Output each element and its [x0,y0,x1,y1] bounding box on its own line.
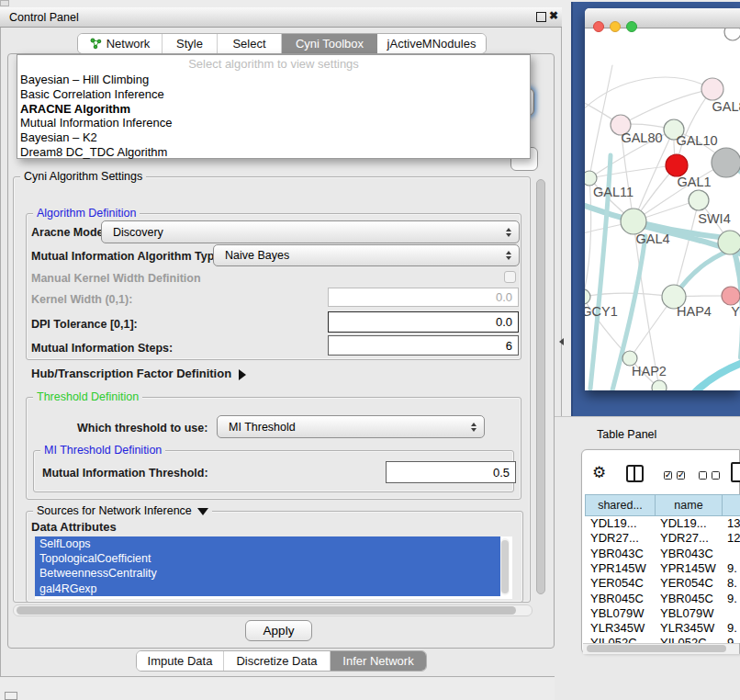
gal-top-node-label: GAL8 [712,99,740,114]
data-attribute-item[interactable]: gal4RGexp [35,581,500,596]
data-attribute-item[interactable]: SelfLoops [35,536,500,551]
aracne-mode-combo[interactable]: Discovery [101,220,520,243]
table-cell: YBR045C [655,592,722,606]
gal11-node[interactable] [585,171,597,186]
table-row[interactable]: YDR27...YDR27...12 [585,531,740,546]
tab-select[interactable]: Select [218,34,282,53]
network-edge[interactable] [633,221,659,388]
data-attributes-list[interactable]: SelfLoopsTopologicalCoefficientBetweenne… [35,536,512,599]
deselect-all-box-icon[interactable] [699,471,707,480]
table-row[interactable]: YPR145WYPR145W9. [585,561,740,576]
red-node[interactable] [666,154,688,176]
algorithm-list: Bayesian – Hill ClimbingBasic Correlatio… [17,73,530,160]
swi4-node[interactable] [718,231,740,254]
gcy1-node-label: GCY1 [585,304,618,319]
kernel-width-field[interactable]: 0.0 [328,288,519,307]
table-row[interactable]: YDL19...YDL19...13 [585,516,740,531]
algorithm-dropdown-popup: Select algorithm to view settings Bayesi… [17,54,531,159]
mi-steps-field[interactable]: 6 [328,335,519,356]
data-attribute-item[interactable]: TopologicalCoefficient [35,551,500,566]
apply-button[interactable]: Apply [245,620,312,641]
table-function-icon[interactable] [731,462,740,482]
table-cell: YER054C [585,576,655,591]
gray-node[interactable] [712,148,740,177]
algorithm-option[interactable]: Dream8 DC_TDC Algorithm [17,145,530,160]
settings-vertical-scrollbar[interactable] [536,179,545,594]
mi-threshold-definition-title: MI Threshold Definition [40,444,165,457]
table-cell [722,606,740,621]
table-rows[interactable]: YDL19...YDL19...13YDR27...YDR27...12YBR0… [585,516,740,643]
table-panel-title: Table Panel [597,428,656,441]
mi-threshold-field[interactable]: 0.5 [386,461,516,483]
network-edge[interactable] [621,89,712,125]
algorithm-option[interactable]: Bayesian – Hill Climbing [17,73,530,87]
data-attribute-item[interactable]: BetweennessCentrality [35,566,500,581]
network-edge[interactable] [585,178,591,297]
table-row[interactable]: YBR043CYBR043C [585,547,740,561]
cyni-bottom-tabbar: Impute Data Discretize Data Infer Networ… [136,650,427,672]
tab-infer-network[interactable]: Infer Network [331,651,426,671]
dpi-tolerance-field[interactable]: 0.0 [328,311,519,333]
table-row[interactable]: YER054CYER054C8. [585,576,740,591]
gal80-node-label: GAL80 [621,130,662,145]
gcy1-node[interactable] [585,289,590,304]
select-all-check-icon[interactable]: ✓ [664,471,672,480]
close-window-icon[interactable]: ✖ [549,9,558,22]
table-cell: YIL052C [655,636,722,643]
sources-title: Sources for Network Inference [37,504,192,517]
tab-network[interactable]: Network [78,34,163,53]
float-window-icon[interactable] [536,12,546,22]
split-pane-grip-icon[interactable] [559,338,564,345]
sources-toggle[interactable]: Sources for Network Inference [33,504,212,517]
tab-impute-data-label: Impute Data [148,654,213,668]
gal-top-node[interactable] [701,78,723,100]
hub-definition-toggle[interactable]: Hub/Transcription Factor Definition [31,367,246,380]
table-row[interactable]: YIL052CYIL052C9 [585,636,740,643]
algorithm-option[interactable]: Bayesian – K2 [17,130,530,145]
tab-discretize-data[interactable]: Discretize Data [224,651,331,671]
partial-top-node[interactable] [724,28,740,40]
bottom-node[interactable] [652,380,667,390]
settings-horizontal-scrollbar-thumb[interactable] [17,606,516,615]
gal1-node[interactable] [689,190,709,210]
select-all-check-icon[interactable]: ✓ [677,471,685,480]
table-horizontal-scrollbar-thumb[interactable] [587,645,726,652]
gal4-node[interactable] [621,209,646,234]
table-cell: YER054C [655,576,722,591]
table-cell: YPR145W [655,561,722,576]
algorithm-option[interactable]: Basic Correlation Inference [17,87,530,102]
table-row[interactable]: YLR345WYLR345W9. [585,621,740,636]
salmon-node[interactable] [722,287,740,305]
tab-style[interactable]: Style [163,34,218,53]
tab-jactivemnodules[interactable]: jActiveMNodules [377,34,486,53]
algorithm-option[interactable]: Mutual Information Inference [17,116,530,130]
stepper-icon [506,228,511,237]
mi-type-combo[interactable]: Naive Bayes [213,244,520,266]
algorithm-option[interactable]: ARACNE Algorithm [17,102,530,117]
table-column-header[interactable]: name [655,494,722,516]
gal10-node-label: GAL10 [676,133,717,148]
mi-steps-label: Mutual Information Steps: [31,342,173,355]
status-bar-icon[interactable] [5,692,17,700]
table-cell: 9. [722,592,740,606]
attributes-scrollbar-thumb[interactable] [501,540,509,593]
table-cell: YBR043C [585,547,655,561]
network-edge-thick[interactable] [693,360,740,390]
tab-cyni-toolbox[interactable]: Cyni Toolbox [282,34,377,53]
manual-kernel-checkbox[interactable] [504,271,516,283]
table-column-header[interactable]: shared... [585,494,655,516]
network-edge[interactable] [589,165,677,178]
tab-cyni-toolbox-label: Cyni Toolbox [296,37,364,51]
network-canvas[interactable]: GAL8GAL80GAL10GAL1GAL11SWI4GAL4GCY1HAP4Y… [585,28,740,390]
dpi-tolerance-label: DPI Tolerance [0,1]: [31,318,138,331]
which-threshold-combo[interactable]: MI Threshold [217,415,485,438]
table-cell: YBL079W [585,606,655,621]
table-column-header[interactable] [722,494,740,516]
expanded-arrow-icon [197,508,208,515]
table-row[interactable]: YBL079WYBL079W [585,606,740,621]
deselect-all-box-icon[interactable] [712,471,720,480]
table-cell: YIL052C [585,636,655,643]
table-settings-gear-icon[interactable]: ⚙ [592,463,606,482]
tab-impute-data[interactable]: Impute Data [137,651,224,671]
table-row[interactable]: YBR045CYBR045C9. [585,592,740,606]
